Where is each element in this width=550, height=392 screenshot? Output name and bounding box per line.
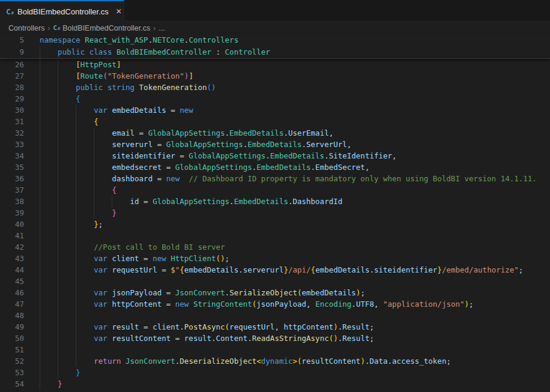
line-number[interactable]: 37 (0, 184, 24, 196)
tab-boldbiembedcontroller[interactable]: C# BoldBIEmbedController.cs ✕ (0, 0, 124, 22)
code-line[interactable]: 34 siteidentifier = GlobalAppSettings.Em… (0, 150, 550, 161)
code-text[interactable]: } (40, 378, 550, 390)
code-line[interactable]: 51 (0, 344, 550, 355)
line-number[interactable]: 9 (0, 46, 24, 58)
line-number[interactable]: 28 (0, 82, 24, 93)
code-line[interactable]: 28 public string TokenGeneration() (0, 82, 550, 93)
line-number[interactable]: 29 (0, 93, 24, 104)
line-number[interactable]: 39 (0, 207, 24, 219)
code-text[interactable]: { (40, 93, 550, 104)
line-number[interactable]: 45 (0, 276, 24, 287)
code-line[interactable]: 36 dashboard = new // Dashboard ID prope… (0, 173, 550, 184)
code-text[interactable]: public class BoldBIEmbedController : Con… (40, 46, 550, 58)
code-line[interactable]: 47 var httpContent = new StringContent(j… (0, 298, 550, 310)
code-line[interactable]: 50 var resultContent = result.Content.Re… (0, 333, 550, 344)
line-number[interactable]: 32 (0, 127, 24, 139)
code-text[interactable]: var client = new HttpClient(); (40, 253, 550, 264)
code-line[interactable]: 45 (0, 276, 550, 287)
code-line[interactable]: 53 } (0, 367, 550, 378)
line-number[interactable]: 30 (0, 104, 24, 116)
sticky-line[interactable]: 5namespace React_with_ASP.NETCore.Contro… (0, 34, 550, 46)
sticky-line[interactable]: 9 public class BoldBIEmbedController : C… (0, 46, 550, 58)
code-text[interactable]: var httpContent = new StringContent(json… (40, 298, 550, 310)
code-text[interactable]: var requestUrl = $"{embedDetails.serveru… (40, 264, 550, 276)
code-text[interactable]: [Route("TokenGeneration")] (40, 70, 550, 82)
code-text[interactable] (40, 230, 550, 241)
code-text[interactable]: dashboard = new // Dashboard ID property… (40, 173, 550, 184)
code-text[interactable]: email = GlobalAppSettings.EmbedDetails.U… (40, 127, 550, 139)
code-editor[interactable]: 26 [HttpPost]27 [Route("TokenGeneration"… (0, 59, 550, 392)
line-number[interactable]: 33 (0, 139, 24, 150)
code-line[interactable]: 42 //Post call to Bold BI server (0, 241, 550, 253)
code-line[interactable]: 26 [HttpPost] (0, 59, 550, 70)
code-text[interactable]: var jsonPayload = JsonConvert.SerializeO… (40, 287, 550, 298)
code-text[interactable]: public string TokenGeneration() (40, 82, 550, 93)
line-number[interactable]: 34 (0, 150, 24, 161)
line-number[interactable]: 41 (0, 230, 24, 241)
code-text[interactable]: siteidentifier = GlobalAppSettings.Embed… (40, 150, 550, 161)
code-line[interactable]: 54 } (0, 378, 550, 390)
code-text[interactable]: } (40, 367, 550, 378)
code-text[interactable]: namespace React_with_ASP.NETCore.Control… (40, 34, 550, 46)
code-line[interactable]: 33 serverurl = GlobalAppSettings.EmbedDe… (0, 139, 550, 150)
code-line[interactable]: 44 var requestUrl = $"{embedDetails.serv… (0, 264, 550, 276)
line-number[interactable]: 49 (0, 321, 24, 333)
line-number[interactable]: 54 (0, 378, 24, 390)
line-number[interactable]: 50 (0, 333, 24, 344)
line-number[interactable]: 36 (0, 173, 24, 184)
line-number[interactable]: 40 (0, 219, 24, 230)
line-number[interactable]: 26 (0, 59, 24, 70)
code-line[interactable]: 30 var embedDetails = new (0, 104, 550, 116)
line-number[interactable]: 5 (0, 34, 24, 46)
code-text[interactable]: } (40, 207, 550, 219)
line-number[interactable]: 46 (0, 287, 24, 298)
code-line[interactable]: 39 } (0, 207, 550, 219)
line-number[interactable]: 38 (0, 196, 24, 207)
code-text[interactable]: embedsecret = GlobalAppSettings.EmbedDet… (40, 161, 550, 173)
code-text[interactable]: var resultContent = result.Content.ReadA… (40, 333, 550, 344)
code-line[interactable]: 40 }; (0, 219, 550, 230)
line-number[interactable]: 27 (0, 70, 24, 82)
line-number[interactable]: 44 (0, 264, 24, 276)
code-text[interactable]: var result = client.PostAsync(requestUrl… (40, 321, 550, 333)
code-line[interactable]: 41 (0, 230, 550, 241)
code-line[interactable]: 46 var jsonPayload = JsonConvert.Seriali… (0, 287, 550, 298)
code-line[interactable]: 32 email = GlobalAppSettings.EmbedDetail… (0, 127, 550, 139)
line-number[interactable]: 53 (0, 367, 24, 378)
code-line[interactable]: 52 return JsonConvert.DeserializeObject<… (0, 355, 550, 367)
code-line[interactable]: 29 { (0, 93, 550, 104)
code-text[interactable] (40, 344, 550, 355)
line-number[interactable]: 42 (0, 241, 24, 253)
code-line[interactable]: 43 var client = new HttpClient(); (0, 253, 550, 264)
code-line[interactable]: 27 [Route("TokenGeneration")] (0, 70, 550, 82)
code-line[interactable]: 49 var result = client.PostAsync(request… (0, 321, 550, 333)
code-text[interactable]: { (40, 116, 550, 127)
code-text[interactable]: //Post call to Bold BI server (40, 241, 550, 253)
indent-guide (40, 367, 40, 378)
code-text[interactable]: [HttpPost] (40, 59, 550, 70)
line-number[interactable]: 35 (0, 161, 24, 173)
code-line[interactable]: 31 { (0, 116, 550, 127)
code-text[interactable]: return JsonConvert.DeserializeObject<dyn… (40, 355, 550, 367)
code-text[interactable]: serverurl = GlobalAppSettings.EmbedDetai… (40, 139, 550, 150)
code-text[interactable]: id = GlobalAppSettings.EmbedDetails.Dash… (40, 196, 550, 207)
line-number[interactable]: 43 (0, 253, 24, 264)
code-line[interactable]: 38 id = GlobalAppSettings.EmbedDetails.D… (0, 196, 550, 207)
line-number[interactable]: 51 (0, 344, 24, 355)
code-text[interactable] (40, 310, 550, 321)
code-line[interactable]: 48 (0, 310, 550, 321)
code-line[interactable]: 35 embedsecret = GlobalAppSettings.Embed… (0, 161, 550, 173)
code-text[interactable] (40, 276, 550, 287)
line-number[interactable]: 52 (0, 355, 24, 367)
breadcrumb-item-symbol[interactable]: ... (159, 24, 165, 32)
line-number[interactable]: 31 (0, 116, 24, 127)
line-number[interactable]: 48 (0, 310, 24, 321)
breadcrumb-item-file[interactable]: BoldBIEmbedController.cs (62, 24, 150, 32)
code-text[interactable]: { (40, 184, 550, 196)
line-number[interactable]: 47 (0, 298, 24, 310)
breadcrumb-item-folder[interactable]: Controllers (8, 24, 44, 32)
tab-close-icon[interactable]: ✕ (113, 6, 124, 17)
code-text[interactable]: }; (40, 219, 550, 230)
code-line[interactable]: 37 { (0, 184, 550, 196)
code-text[interactable]: var embedDetails = new (40, 104, 550, 116)
